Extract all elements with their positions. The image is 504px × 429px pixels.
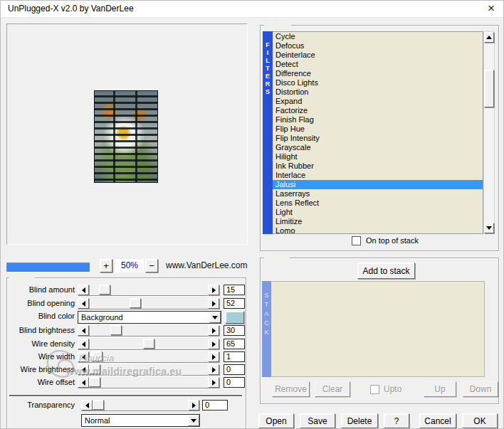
help-button[interactable]: ?: [384, 413, 409, 428]
blind-opening-value[interactable]: 52: [224, 298, 245, 309]
slider-thumb[interactable]: [110, 325, 122, 335]
filter-item-ink-rubber[interactable]: Ink Rubber: [273, 161, 483, 171]
blind-brightness-value[interactable]: 30: [224, 325, 245, 336]
zoom-level: 50%: [115, 259, 144, 272]
wire-brightness-value[interactable]: 0: [224, 364, 245, 375]
param-row-transparency: Transparency0: [6, 400, 246, 411]
slider-right-arrow[interactable]: [208, 351, 219, 362]
filter-item-factorize[interactable]: Factorize: [273, 106, 483, 115]
preview-panel: [6, 23, 248, 245]
down-button[interactable]: Down: [463, 381, 498, 397]
slider-track[interactable]: [89, 285, 208, 296]
remove-button[interactable]: Remove: [272, 381, 310, 397]
wire-width-value[interactable]: 1: [224, 351, 245, 362]
blind-color-swatch[interactable]: [225, 311, 244, 324]
filter-item-finish-flag[interactable]: Finish Flag: [273, 115, 483, 125]
zoom-in-button[interactable]: +: [100, 259, 112, 272]
filter-item-limitize[interactable]: Limitize: [273, 217, 483, 226]
filter-item-cycle[interactable]: Cycle: [273, 32, 483, 41]
slider-thumb[interactable]: [93, 400, 104, 410]
ok-button[interactable]: OK: [462, 413, 498, 428]
filter-item-hilight[interactable]: Hilight: [273, 152, 483, 161]
slider-thumb[interactable]: [143, 339, 154, 349]
delete-button[interactable]: Delete: [341, 413, 378, 428]
filter-item-flip-intensity[interactable]: Flip Intensity: [273, 134, 483, 143]
slider-thumb[interactable]: [99, 285, 110, 295]
on-top-of-stack-label: On top of stack: [366, 236, 419, 245]
slider-thumb[interactable]: [89, 377, 100, 387]
scroll-up-button[interactable]: [484, 32, 494, 43]
filter-item-flip-hue[interactable]: Flip Hue: [273, 125, 483, 134]
on-top-of-stack-checkbox[interactable]: [352, 236, 361, 245]
slider-track[interactable]: [89, 339, 208, 350]
slider-left-arrow[interactable]: [78, 325, 89, 336]
filter-item-grayscale[interactable]: Grayscale: [273, 143, 483, 152]
param-row-wire-density: Wire density65: [6, 339, 246, 350]
save-button[interactable]: Save: [300, 413, 335, 428]
slider-right-arrow[interactable]: [208, 377, 219, 388]
slider-left-arrow[interactable]: [78, 351, 89, 362]
filter-item-lomo[interactable]: Lomo: [273, 226, 483, 234]
slider-track[interactable]: [89, 377, 208, 388]
filter-item-difference[interactable]: Difference: [273, 69, 483, 78]
clear-button[interactable]: Clear: [315, 381, 350, 397]
slider-left-arrow[interactable]: [78, 285, 89, 295]
chevron-down-icon[interactable]: [188, 415, 199, 426]
progress-bar: [6, 263, 90, 272]
slider-right-arrow[interactable]: [208, 364, 219, 375]
slider-left-arrow[interactable]: [78, 364, 89, 375]
filter-item-light[interactable]: Light: [273, 208, 483, 217]
slider-track[interactable]: [89, 298, 208, 309]
filter-item-expand[interactable]: Expand: [273, 97, 483, 106]
slider-right-arrow[interactable]: [208, 325, 219, 336]
slider-track[interactable]: [89, 351, 208, 363]
slider-track[interactable]: [89, 364, 208, 376]
slider-left-arrow[interactable]: [78, 377, 89, 388]
slider-right-arrow[interactable]: [208, 298, 219, 309]
chevron-down-icon[interactable]: [209, 312, 221, 323]
param-row-wire-brightness: Wire brightness0: [6, 364, 246, 376]
filter-item-lens-reflect[interactable]: Lens Reflect: [273, 198, 483, 208]
param-row-wire-offset: Wire offset0: [6, 377, 246, 388]
slider-left-arrow[interactable]: [81, 400, 93, 411]
add-to-stack-button[interactable]: Add to stack: [357, 263, 415, 279]
transparency-value[interactable]: 0: [202, 400, 228, 411]
filter-item-defocus[interactable]: Defocus: [273, 41, 483, 51]
filter-item-laserrays[interactable]: Laserrays: [273, 189, 483, 198]
blend-mode-dropdown[interactable]: Normal: [81, 414, 200, 427]
close-icon[interactable]: ×: [485, 1, 498, 16]
slider-right-arrow[interactable]: [208, 285, 219, 295]
slider-right-arrow[interactable]: [188, 400, 199, 411]
slider-right-arrow[interactable]: [208, 339, 219, 349]
wire-offset-value[interactable]: 0: [224, 377, 245, 388]
slider-thumb[interactable]: [91, 351, 103, 361]
filter-item-detect[interactable]: Detect: [273, 60, 483, 69]
filter-item-jalusi[interactable]: Jalusi: [273, 180, 483, 189]
cancel-button[interactable]: Cancel: [419, 413, 456, 428]
filter-item-distortion[interactable]: Distortion: [273, 88, 483, 97]
slider-left-arrow[interactable]: [78, 298, 89, 309]
filters-side-bar: FILTERS: [263, 31, 273, 234]
param-label: Blind color: [6, 312, 75, 320]
side-bar-letter: C: [264, 319, 269, 328]
zoom-out-button[interactable]: −: [145, 259, 158, 272]
up-button[interactable]: Up: [424, 381, 456, 397]
scrollbar-thumb[interactable]: [484, 70, 494, 107]
filter-item-disco-lights[interactable]: Disco Lights: [273, 78, 483, 88]
preview-image[interactable]: [94, 90, 158, 183]
slider-thumb[interactable]: [130, 298, 141, 308]
filter-item-interlace[interactable]: Interlace: [273, 171, 483, 180]
filter-item-deinterlace[interactable]: Deinterlace: [273, 51, 483, 60]
blind-amount-value[interactable]: 15: [224, 285, 245, 295]
filters-scrollbar[interactable]: [483, 31, 495, 234]
blind-color-dropdown[interactable]: Background: [78, 311, 221, 324]
slider-thumb[interactable]: [89, 364, 100, 374]
upto-checkbox[interactable]: [370, 385, 379, 394]
wire-density-value[interactable]: 65: [224, 339, 245, 349]
slider-track[interactable]: [89, 325, 208, 337]
scroll-down-button[interactable]: [484, 223, 494, 233]
slider-left-arrow[interactable]: [78, 339, 89, 349]
stack-list[interactable]: [271, 281, 485, 377]
slider-track[interactable]: [93, 400, 188, 411]
open-button[interactable]: Open: [258, 413, 294, 428]
